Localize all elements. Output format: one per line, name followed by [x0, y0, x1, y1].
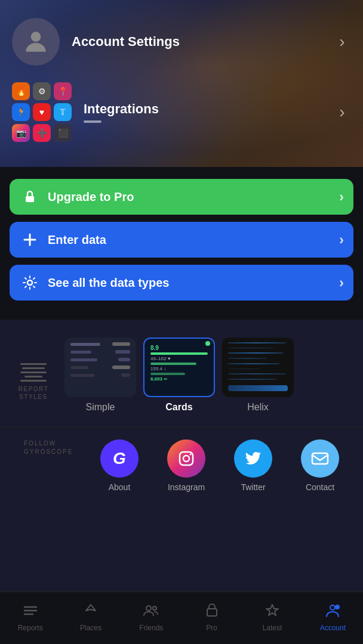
account-svg — [324, 602, 341, 619]
reports-label: Reports — [18, 624, 43, 632]
account-label: Account — [320, 624, 346, 632]
upgrade-label: Upgrade to Pro — [48, 190, 339, 204]
twitter-icon — [234, 439, 272, 478]
follow-about[interactable]: G About — [100, 439, 139, 492]
twitter-svg — [243, 448, 263, 469]
integration-icon-2: ⚙ — [33, 82, 51, 100]
integration-icon-8: ➕ — [33, 124, 51, 142]
gyroscope-icon: G — [100, 439, 139, 478]
avatar — [12, 18, 60, 66]
svg-point-0 — [31, 32, 41, 42]
pro-icon — [201, 600, 223, 621]
integration-icon-9: ⬛ — [54, 124, 72, 142]
svg-point-6 — [183, 456, 189, 462]
reports-icon — [20, 600, 41, 621]
follow-instagram[interactable]: Instagram — [167, 439, 205, 492]
helix-preview — [222, 338, 294, 397]
account-settings-row[interactable]: Account Settings — [12, 18, 351, 66]
nav-places[interactable]: Places — [60, 600, 121, 632]
svg-rect-8 — [312, 453, 328, 464]
hero-section: Account Settings 🔥 ⚙ 📍 🏃 ♥ 𝕋 📷 ➕ ⬛ Integ… — [0, 0, 363, 167]
gear-icon — [19, 272, 41, 293]
style-card-cards[interactable]: 8.9 49–162 ♥ 155.4 ↓ 8,693 ∞ Cards — [143, 338, 215, 413]
upgrade-chevron: › — [339, 188, 344, 205]
places-svg — [82, 602, 99, 619]
integrations-label: Integrations — [84, 101, 326, 117]
svg-point-7 — [190, 454, 192, 456]
follow-contact[interactable]: Contact — [301, 439, 339, 492]
nav-account[interactable]: Account — [303, 600, 363, 632]
upgrade-pro-button[interactable]: Upgrade to Pro › — [10, 179, 353, 215]
dots-indicator — [84, 120, 101, 123]
report-styles-sublabel: REPORTSTYLES — [19, 385, 49, 401]
follow-twitter[interactable]: Twitter — [234, 439, 272, 492]
integration-icon-6: 𝕋 — [54, 103, 72, 121]
svg-point-15 — [330, 605, 335, 610]
user-icon — [21, 27, 51, 57]
pro-label: Pro — [206, 624, 217, 632]
style-card-simple[interactable]: Simple — [64, 338, 136, 413]
svg-rect-1 — [26, 196, 34, 202]
nav-latest[interactable]: Latest — [242, 600, 302, 632]
lock-icon — [19, 186, 41, 208]
follow-header: FOLLOWGYROSCOPE — [24, 439, 72, 456]
bottom-nav: Reports Places Friends — [0, 592, 363, 644]
helix-label: Helix — [247, 402, 269, 413]
integration-icon-1: 🔥 — [12, 82, 30, 100]
see-data-types-button[interactable]: See all the data types › — [10, 265, 353, 301]
report-stack-icon — [20, 363, 47, 382]
integration-icon-3: 📍 — [54, 82, 72, 100]
simple-preview — [64, 338, 136, 397]
gear-svg — [22, 275, 38, 290]
svg-point-12 — [146, 606, 151, 611]
cards-label: Cards — [165, 402, 192, 413]
places-icon — [80, 600, 101, 621]
enter-data-label: Enter data — [48, 233, 339, 247]
instagram-label: Instagram — [168, 482, 205, 492]
account-settings-label: Account Settings — [72, 34, 333, 49]
integration-icon-7: 📷 — [12, 124, 30, 142]
plus-icon — [19, 229, 41, 250]
enter-data-button[interactable]: Enter data › — [10, 222, 353, 258]
latest-icon — [262, 600, 283, 621]
see-data-types-label: See all the data types — [48, 276, 339, 290]
svg-point-13 — [153, 606, 156, 610]
integration-icon-5: ♥ — [33, 103, 51, 121]
contact-icon — [301, 439, 339, 478]
integrations-chevron[interactable] — [333, 103, 351, 121]
integration-icon-4: 🏃 — [12, 103, 30, 121]
latest-label: Latest — [263, 624, 282, 632]
main-content: Upgrade to Pro › Enter data › See all th… — [0, 167, 363, 320]
lock-svg — [23, 190, 37, 204]
see-data-types-chevron: › — [339, 274, 344, 291]
about-label: About — [109, 482, 131, 492]
instagram-svg — [176, 448, 196, 469]
svg-point-4 — [27, 280, 32, 285]
twitter-label: Twitter — [241, 482, 265, 492]
plus-svg — [22, 232, 38, 247]
nav-reports[interactable]: Reports — [0, 600, 60, 632]
simple-label: Simple — [86, 402, 115, 413]
pro-svg — [204, 602, 220, 619]
follow-section: FOLLOWGYROSCOPE G About Instagram — [0, 427, 363, 492]
nav-friends[interactable]: Friends — [121, 600, 182, 632]
friends-svg — [143, 602, 159, 619]
friends-label: Friends — [139, 624, 163, 632]
report-styles-section: REPORTSTYLES Simple 8.9 49–162 ♥ — [0, 338, 363, 413]
integration-icons-grid: 🔥 ⚙ 📍 🏃 ♥ 𝕋 📷 ➕ ⬛ — [12, 82, 72, 142]
cards-preview: 8.9 49–162 ♥ 155.4 ↓ 8,693 ∞ — [143, 338, 215, 397]
reports-svg — [22, 602, 39, 619]
account-nav-icon — [322, 600, 343, 621]
account-settings-chevron[interactable] — [333, 33, 351, 51]
places-label: Places — [80, 624, 101, 632]
integrations-row[interactable]: 🔥 ⚙ 📍 🏃 ♥ 𝕋 📷 ➕ ⬛ Integrations — [12, 82, 351, 142]
style-card-helix[interactable]: Helix — [222, 338, 294, 413]
nav-pro[interactable]: Pro — [182, 600, 242, 632]
friends-icon — [140, 600, 162, 621]
contact-label: Contact — [306, 482, 334, 492]
latest-svg — [264, 602, 281, 619]
enter-data-chevron: › — [339, 231, 344, 248]
report-styles-label-col: REPORTSTYLES — [10, 363, 57, 413]
instagram-icon — [167, 439, 205, 478]
contact-svg — [310, 448, 330, 469]
